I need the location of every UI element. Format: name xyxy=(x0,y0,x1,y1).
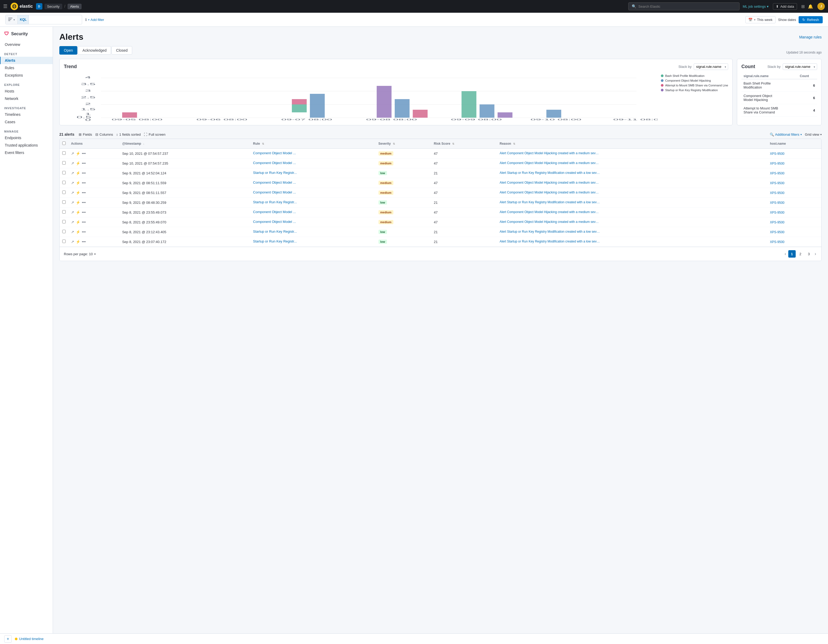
prev-page-arrow[interactable]: ‹ xyxy=(784,251,787,256)
sidebar-item-overview[interactable]: Overview xyxy=(0,41,53,48)
rule-link-5[interactable]: Startup or Run Key Registr... xyxy=(253,200,296,204)
date-picker[interactable]: 📅 ▾ This week xyxy=(745,16,776,23)
investigate-icon-6[interactable]: ⚡ xyxy=(76,210,80,214)
sidebar-item-rules[interactable]: Rules xyxy=(0,64,53,72)
manage-rules-link[interactable]: Manage rules xyxy=(799,35,822,39)
user-avatar[interactable]: J xyxy=(817,3,825,10)
rule-link-2[interactable]: Startup or Run Key Registr... xyxy=(253,171,296,174)
investigate-icon-8[interactable]: ⚡ xyxy=(76,230,80,234)
query-input[interactable] xyxy=(29,18,82,22)
hamburger-menu[interactable]: ☰ xyxy=(3,3,8,9)
expand-icon-3[interactable]: ↗ xyxy=(71,181,74,185)
th-reason[interactable]: Reason ⇅ xyxy=(497,139,767,149)
columns-action[interactable]: ⊟ Columns xyxy=(96,132,113,137)
hostname-link-8[interactable]: XPS-9500 xyxy=(770,230,784,234)
sidebar-item-network[interactable]: Network xyxy=(0,95,53,102)
add-filter[interactable]: ℹ + Add filter xyxy=(85,17,104,22)
add-filter-label[interactable]: + Add filter xyxy=(88,18,104,22)
timeline-button[interactable]: Untitled timeline xyxy=(15,637,44,641)
more-icon-9[interactable]: ••• xyxy=(82,240,86,244)
sidebar-item-timelines[interactable]: Timelines xyxy=(0,111,53,118)
expand-icon-8[interactable]: ↗ xyxy=(71,230,74,234)
hostname-link-6[interactable]: XPS-9500 xyxy=(770,211,784,214)
row-checkbox-1[interactable] xyxy=(62,161,66,165)
rule-link-6[interactable]: Component Object Model ... xyxy=(253,210,296,214)
next-page-arrow[interactable]: › xyxy=(814,251,817,256)
sidebar-item-exceptions[interactable]: Exceptions xyxy=(0,72,53,79)
grid-view[interactable]: Grid view ▾ xyxy=(805,132,822,137)
expand-icon-7[interactable]: ↗ xyxy=(71,220,74,224)
expand-icon-1[interactable]: ↗ xyxy=(71,161,74,165)
additional-filters[interactable]: 🔍 Additional filters ▾ xyxy=(770,132,802,137)
page-1[interactable]: 1 xyxy=(788,250,796,258)
expand-icon-2[interactable]: ↗ xyxy=(71,171,74,175)
investigate-icon-5[interactable]: ⚡ xyxy=(76,200,80,204)
th-hostname[interactable]: host.name xyxy=(767,139,822,149)
th-risk-score[interactable]: Risk Score ⇅ xyxy=(431,139,497,149)
more-icon-3[interactable]: ••• xyxy=(82,181,86,185)
rule-link-3[interactable]: Component Object Model ... xyxy=(253,181,296,184)
rule-link-9[interactable]: Startup or Run Key Registr... xyxy=(253,239,296,243)
investigate-icon-1[interactable]: ⚡ xyxy=(76,161,80,165)
hostname-link-5[interactable]: XPS-9500 xyxy=(770,201,784,204)
select-all-checkbox[interactable] xyxy=(62,141,66,145)
tab-closed[interactable]: Closed xyxy=(111,46,132,55)
tab-acknowledged[interactable]: Acknowledged xyxy=(78,46,111,55)
investigate-icon-7[interactable]: ⚡ xyxy=(76,220,80,224)
elastic-logo[interactable]: elastic xyxy=(11,3,33,10)
row-checkbox-5[interactable] xyxy=(62,200,66,204)
more-icon-2[interactable]: ••• xyxy=(82,171,86,175)
refresh-button[interactable]: ↻ Refresh xyxy=(798,16,823,23)
investigate-icon-0[interactable]: ⚡ xyxy=(76,151,80,156)
search-input[interactable] xyxy=(638,5,736,8)
more-icon-8[interactable]: ••• xyxy=(82,230,86,234)
hostname-link-2[interactable]: XPS-9500 xyxy=(770,171,784,175)
rule-link-4[interactable]: Component Object Model ... xyxy=(253,190,296,194)
rule-link-0[interactable]: Component Object Model ... xyxy=(253,151,296,155)
expand-icon-6[interactable]: ↗ xyxy=(71,210,74,214)
rule-link-7[interactable]: Component Object Model ... xyxy=(253,220,296,224)
expand-icon-9[interactable]: ↗ xyxy=(71,240,74,244)
hostname-link-3[interactable]: XPS-9500 xyxy=(770,181,784,185)
sidebar-item-event-filters[interactable]: Event filters xyxy=(0,149,53,156)
rule-link-8[interactable]: Startup or Run Key Registr... xyxy=(253,229,296,234)
sidebar-item-alerts[interactable]: Alerts xyxy=(0,57,53,64)
th-rule[interactable]: Rule ⇅ xyxy=(250,139,376,149)
more-icon-6[interactable]: ••• xyxy=(82,210,86,214)
alerts-breadcrumb[interactable]: Alerts xyxy=(67,4,82,9)
sidebar-item-cases[interactable]: Cases xyxy=(0,118,53,126)
count-stack-by-select[interactable]: signal.rule.name xyxy=(783,63,817,70)
more-icon-1[interactable]: ••• xyxy=(82,161,86,165)
row-checkbox-4[interactable] xyxy=(62,190,66,194)
row-checkbox-8[interactable] xyxy=(62,230,66,233)
expand-icon-0[interactable]: ↗ xyxy=(71,151,74,156)
hostname-link-9[interactable]: XPS-9500 xyxy=(770,240,784,244)
th-timestamp[interactable]: @timestamp ↓ xyxy=(119,139,250,149)
kql-badge[interactable]: KQL xyxy=(18,15,29,24)
ml-job-label[interactable]: ML job settings xyxy=(743,5,766,8)
add-data-button[interactable]: ⬆ Add data xyxy=(773,3,797,10)
search-bar[interactable]: 🔍 xyxy=(628,2,740,10)
query-bar[interactable]: ▾ KQL xyxy=(5,15,82,24)
ml-job-settings[interactable]: ML job settings ▾ xyxy=(743,5,769,8)
more-icon-5[interactable]: ••• xyxy=(82,200,86,204)
investigate-icon-4[interactable]: ⚡ xyxy=(76,190,80,195)
sort-action[interactable]: ↕ 1 fields sorted xyxy=(116,132,141,137)
row-checkbox-6[interactable] xyxy=(62,210,66,214)
row-checkbox-0[interactable] xyxy=(62,151,66,155)
fields-action[interactable]: ⊞ Fields xyxy=(79,132,92,137)
sidebar-item-trusted-apps[interactable]: Trusted applications xyxy=(0,141,53,149)
sidebar-item-endpoints[interactable]: Endpoints xyxy=(0,134,53,141)
hostname-link-0[interactable]: XPS-9500 xyxy=(770,152,784,156)
more-icon-0[interactable]: ••• xyxy=(82,151,86,156)
th-severity[interactable]: Severity ⇅ xyxy=(376,139,431,149)
row-checkbox-7[interactable] xyxy=(62,220,66,223)
show-dates-button[interactable]: Show dates xyxy=(778,18,796,22)
sidebar-item-hosts[interactable]: Hosts xyxy=(0,88,53,95)
rule-link-1[interactable]: Component Object Model ... xyxy=(253,161,296,165)
security-breadcrumb[interactable]: Security xyxy=(44,4,62,9)
hostname-link-7[interactable]: XPS-9500 xyxy=(770,220,784,224)
rows-per-page[interactable]: Rows per page: 10 ▾ xyxy=(64,252,96,256)
add-timeline-button[interactable]: + xyxy=(4,635,12,643)
hostname-link-4[interactable]: XPS-9500 xyxy=(770,191,784,195)
